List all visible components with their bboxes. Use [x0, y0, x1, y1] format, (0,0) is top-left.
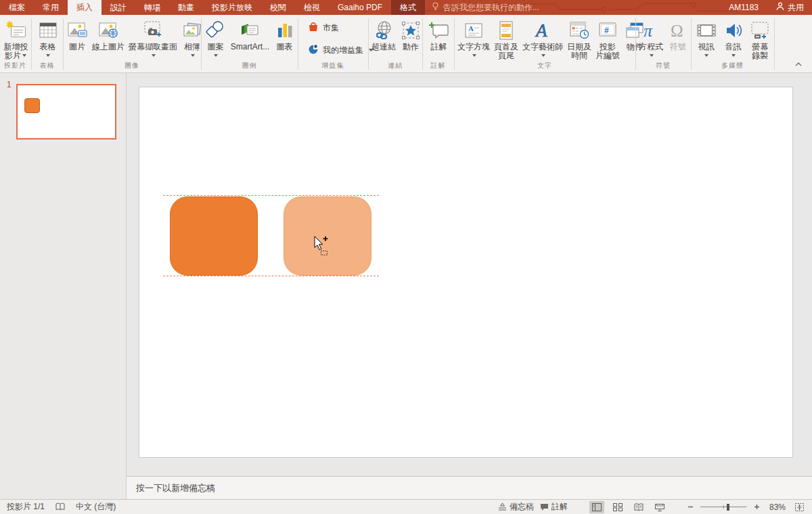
slide-number-label: 1: [7, 80, 12, 89]
action-button[interactable]: 動作: [398, 17, 424, 53]
slide-number-button[interactable]: # 投影 片編號: [593, 17, 622, 62]
slide-sorter-button[interactable]: [610, 501, 625, 513]
symbol-button[interactable]: Ω 符號: [665, 17, 691, 53]
smartart-button[interactable]: SmartArt...: [229, 17, 271, 53]
comment-button[interactable]: 註解: [426, 17, 452, 53]
group-label-text: 文字: [455, 61, 635, 70]
proofing-button[interactable]: [55, 502, 65, 511]
audio-button[interactable]: 音訊: [721, 17, 746, 58]
dropdown-arrow-icon: [214, 54, 218, 57]
date-time-button[interactable]: 日期及 時間: [565, 17, 593, 62]
share-button[interactable]: 共用: [768, 0, 812, 15]
proofing-book-icon: [55, 502, 65, 511]
slide-thumbnail-panel: 1: [0, 73, 127, 499]
tab-insert[interactable]: 插入: [68, 0, 102, 15]
hyperlink-button[interactable]: 超連結: [369, 17, 398, 53]
chart-button[interactable]: 圖表: [272, 17, 298, 53]
notes-toggle-button[interactable]: 備忘稿: [498, 501, 534, 513]
slideshow-button[interactable]: [652, 501, 667, 513]
zoom-slider[interactable]: [700, 501, 746, 513]
action-icon: [400, 18, 422, 43]
tab-slideshow[interactable]: 投影片放映: [203, 0, 261, 15]
dropdown-arrow-icon: [22, 54, 26, 57]
rounded-rectangle-copy-preview[interactable]: [284, 196, 371, 276]
account-label[interactable]: AM1183: [719, 0, 768, 15]
dropdown-arrow-icon: [731, 54, 736, 57]
group-label-illustrations: 圖例: [202, 61, 297, 70]
photo-album-icon: [181, 18, 203, 43]
zoom-in-button[interactable]: [752, 502, 761, 512]
store-button[interactable]: 市集: [305, 20, 342, 36]
tell-me-box[interactable]: 告訴我您想要執行的動作...: [425, 0, 546, 15]
zoom-slider-handle[interactable]: [727, 504, 729, 511]
screenshot-button[interactable]: 螢幕擷取畫面: [127, 17, 179, 58]
ribbon-group-illustrations: 圖案 SmartArt... 圖表 圖例: [202, 15, 298, 72]
dropdown-arrow-icon: [541, 54, 545, 57]
rounded-rectangle-shape[interactable]: [170, 196, 258, 276]
tab-design[interactable]: 設計: [102, 0, 135, 15]
slideshow-icon: [655, 503, 664, 511]
reading-view-icon: [634, 503, 644, 511]
group-label-media: 多媒體: [692, 61, 773, 70]
svg-text:A: A: [535, 20, 547, 41]
slide-1-canvas[interactable]: [139, 87, 793, 458]
status-left: 投影片 1/1 中文 (台灣): [0, 501, 116, 513]
minus-icon: [687, 504, 694, 510]
svg-text:π: π: [644, 21, 653, 41]
normal-view-button[interactable]: [589, 501, 604, 513]
svg-text:#: #: [604, 26, 609, 35]
tab-gaaiho-pdf[interactable]: Gaaiho PDF: [329, 0, 391, 15]
new-slide-button[interactable]: 新增投 影片: [2, 17, 30, 62]
normal-view-icon: [592, 503, 602, 511]
video-button[interactable]: 視訊: [694, 17, 719, 58]
fit-slide-to-window-button[interactable]: [792, 501, 807, 513]
reading-view-button[interactable]: [631, 501, 646, 513]
tab-file[interactable]: 檔案: [0, 0, 34, 15]
notes-pane[interactable]: 按一下以新增備忘稿: [127, 476, 812, 499]
tab-home[interactable]: 常用: [34, 0, 68, 15]
tab-review[interactable]: 校閱: [261, 0, 295, 15]
status-right: 備忘稿 註解 83%: [498, 501, 812, 513]
language-button[interactable]: 中文 (台灣): [76, 501, 116, 513]
dropdown-arrow-icon: [46, 54, 50, 57]
group-label-slides: 投影片: [0, 61, 30, 70]
my-addins-button[interactable]: 我的增益集: [305, 43, 376, 58]
thumbnail-shape-preview: [24, 98, 40, 113]
screen-recording-icon: [749, 18, 771, 43]
zoom-out-button[interactable]: [686, 502, 694, 512]
dropdown-arrow-icon: [472, 54, 476, 57]
zoom-level-label[interactable]: 83%: [767, 502, 786, 512]
ribbon-group-media: 視訊 音訊 螢幕 錄製 多媒體: [692, 15, 775, 72]
svg-text:Ω: Ω: [671, 22, 683, 40]
my-addins-icon: [308, 44, 319, 57]
ribbon-group-text: A 文字方塊 頁首及 頁尾 A 文字藝術師: [455, 15, 636, 72]
ribbon-group-addins: 市集 我的增益集 增益集: [298, 15, 369, 72]
comments-toggle-button[interactable]: 註解: [540, 501, 568, 513]
wordart-button[interactable]: A 文字藝術師: [520, 17, 565, 58]
equation-button[interactable]: π 方程式: [637, 17, 665, 58]
pictures-button[interactable]: 圖片: [64, 17, 90, 53]
store-icon: [308, 22, 319, 35]
slide-number-icon: #: [597, 18, 618, 43]
screen-recording-button[interactable]: 螢幕 錄製: [747, 17, 773, 62]
shapes-button[interactable]: 圖案: [202, 17, 228, 58]
tab-transitions[interactable]: 轉場: [135, 0, 169, 15]
online-pictures-button[interactable]: 線上圖片: [90, 17, 127, 53]
comment-icon: [428, 18, 450, 43]
equation-pi-icon: π: [640, 18, 662, 43]
text-box-button[interactable]: A 文字方塊: [455, 17, 492, 58]
tab-format-contextual[interactable]: 格式: [391, 0, 425, 15]
titlebar-spacer: [546, 0, 719, 15]
table-button[interactable]: 表格: [36, 17, 60, 58]
wordart-icon: A: [532, 18, 554, 43]
tab-animations[interactable]: 動畫: [169, 0, 203, 15]
date-time-icon: [568, 18, 590, 43]
slide-thumbnail-1[interactable]: [16, 84, 116, 140]
collapse-ribbon-button[interactable]: [794, 15, 812, 72]
slide-sorter-icon: [613, 503, 623, 511]
header-footer-button[interactable]: 頁首及 頁尾: [492, 17, 520, 62]
tab-view[interactable]: 檢視: [295, 0, 329, 15]
status-bar: 投影片 1/1 中文 (台灣) 備忘稿 註解: [0, 499, 812, 514]
group-label-comments: 註解: [423, 61, 453, 70]
tell-me-placeholder: 告訴我您想要執行的動作...: [443, 2, 539, 14]
